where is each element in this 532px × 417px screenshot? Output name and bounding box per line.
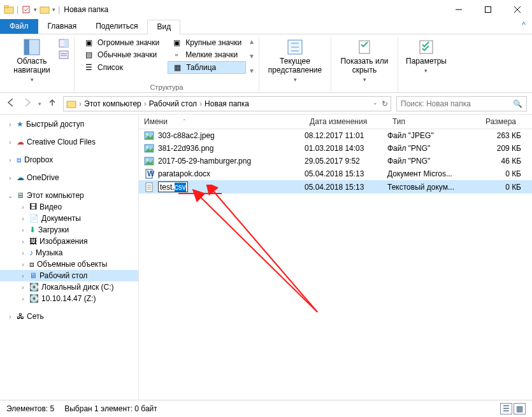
current-view-button[interactable]: Текущее представление▾ [264,37,326,84]
minimize-button[interactable] [444,0,473,19]
svg-rect-3 [40,7,49,13]
file-date: 05.04.2018 15:13 [305,183,387,192]
svg-point-23 [147,134,148,136]
svg-rect-5 [485,7,491,13]
sidebar-item-network[interactable]: ›🖧Сеть [0,311,138,322]
forward-button[interactable] [22,97,33,110]
ribbon-group-layout: ▣Огромные значки ▣Крупные значки ▤Обычны… [75,37,259,92]
sidebar-item-3d[interactable]: ›⧈Объемные объекты [0,258,138,270]
status-bar: Элементов: 5 Выбран 1 элемент: 0 байт ☰ … [0,400,532,416]
svg-point-25 [147,146,148,148]
history-dropdown-icon[interactable]: ▾ [38,101,41,107]
search-icon[interactable]: 🔍 [513,99,522,108]
file-date: 08.12.2017 11:01 [305,131,387,140]
small-icons-button[interactable]: ▫Мелкие значки [168,49,246,60]
sidebar: ›★Быстрый доступ ›☁Creative Cloud Files … [0,115,139,400]
svg-line-34 [199,196,317,312]
sidebar-item-quick[interactable]: ›★Быстрый доступ [0,118,138,130]
col-name[interactable]: Имени [144,117,168,126]
maximize-button[interactable] [473,0,503,19]
svg-rect-11 [64,39,68,47]
tab-file[interactable]: Файл [0,19,38,34]
address-dropdown-icon[interactable]: ⌄ [373,99,378,108]
sidebar-item-pc[interactable]: ⌄🖥Этот компьютер [0,190,138,201]
huge-icons-button[interactable]: ▣Огромные значки [80,37,164,48]
image-icon: 🖼 [29,237,37,246]
details-view-icon[interactable]: ☰ [500,403,512,414]
table-row[interactable]: 2017-05-29-hamburger.png 29.05.2017 9:52… [139,155,532,167]
refresh-icon[interactable]: ↻ [382,99,388,108]
crumb-pc[interactable]: Этот компьютер [84,99,141,108]
sidebar-item-zdisk[interactable]: ›💽10.10.14.47 (Z:) [0,293,138,304]
crumb-folder[interactable]: Новая папка [205,99,249,108]
sidebar-item-ccf[interactable]: ›☁Creative Cloud Files [0,136,138,148]
close-button[interactable] [503,0,532,19]
col-date[interactable]: Дата изменения [305,117,387,126]
layout-scroller[interactable]: ▴▾▾ [250,37,254,75]
sidebar-item-music[interactable]: ›♪Музыка [0,247,138,258]
qat-dropdown2-icon[interactable]: ▾ [52,6,55,13]
preview-pane-icon[interactable] [59,38,69,48]
large-view-icon[interactable]: ▦ [514,403,526,414]
list-button[interactable]: ☰Список [80,61,164,74]
expand-icon[interactable]: › [6,174,14,181]
sidebar-item-dropbox[interactable]: ›⧈Dropbox [0,154,138,166]
group-panes-label [38,84,40,93]
col-type[interactable]: Тип [387,117,470,126]
cloud-icon: ☁ [17,138,24,146]
ribbon-collapse-icon[interactable]: ^ [515,19,532,34]
show-hide-button[interactable]: Показать или скрыть▾ [336,37,392,84]
file-list: Имени˄ Дата изменения Тип Размера 303-c8… [139,115,532,400]
column-headers[interactable]: Имени˄ Дата изменения Тип Размера [139,115,532,129]
properties-icon[interactable] [21,4,31,15]
dropbox-icon: ⧈ [17,155,22,164]
rename-input[interactable]: test.csv [158,181,188,192]
qat-dropdown-icon[interactable]: ▾ [34,6,37,13]
table-row[interactable]: test.csv 05.04.2018 15:13 Текстовый доку… [139,180,532,194]
normal-icons-button[interactable]: ▤Обычные значки [80,49,164,60]
collapse-icon[interactable]: ⌄ [6,192,14,199]
expand-icon[interactable]: › [6,121,14,128]
chevron-icon[interactable]: › [143,99,148,108]
up-button[interactable] [47,97,58,110]
file-size: 0 КБ [470,169,521,178]
tab-home[interactable]: Главная [38,19,87,34]
navigation-pane-button[interactable]: Область навигации ▾ [9,37,55,84]
sidebar-item-docs[interactable]: ›📄Документы [0,213,138,224]
expand-icon[interactable]: › [6,157,14,164]
sidebar-item-onedrive[interactable]: ›☁OneDrive [0,172,138,183]
tab-share[interactable]: Поделиться [86,19,147,34]
col-size[interactable]: Размера [470,117,521,126]
chevron-icon[interactable]: › [78,99,83,108]
table-icon: ▦ [172,62,182,73]
disk-icon: 💽 [29,283,39,292]
table-row[interactable]: 381-22d936.png 01.03.2018 14:03 Файл "PN… [139,142,532,155]
sidebar-item-desktop[interactable]: ›🖥Рабочий стол [0,270,138,281]
back-button[interactable] [5,97,17,110]
table-row[interactable]: 303-c88ac2.jpeg 08.12.2017 11:01 Файл "J… [139,129,532,142]
ribbon-group-currentview: Текущее представление▾ [259,37,331,92]
sort-asc-icon[interactable]: ˄ [183,118,186,125]
search-input[interactable] [401,99,513,108]
breadcrumb[interactable]: › Этот компьютер › Рабочий стол › Новая … [63,96,391,111]
search-box[interactable]: 🔍 [396,96,527,111]
sidebar-item-video[interactable]: ›🎞Видео [0,201,138,213]
ribbon: Область навигации ▾ ▣Огромные значки ▣Кр… [0,34,532,93]
sidebar-item-downloads[interactable]: ›⬇Загрузки [0,224,138,236]
sidebar-item-cdisk[interactable]: ›💽Локальный диск (C:) [0,281,138,293]
table-button[interactable]: ▦Таблица [168,61,246,74]
svg-rect-9 [24,39,29,55]
video-icon: 🎞 [29,202,37,211]
details-pane-icon[interactable] [59,50,69,60]
table-row[interactable]: Wparatapok.docx 05.04.2018 15:13 Докумен… [139,167,532,180]
options-button[interactable]: Параметры ▾ [403,37,449,75]
tab-view[interactable]: Вид [147,20,180,34]
file-icon: W [144,169,154,179]
large-icons-button[interactable]: ▣Крупные значки [168,37,246,48]
svg-rect-19 [359,41,370,53]
crumb-desktop[interactable]: Рабочий стол [149,99,197,108]
sidebar-item-pics[interactable]: ›🖼Изображения [0,236,138,247]
chevron-icon[interactable]: › [198,99,203,108]
expand-icon[interactable]: › [6,139,14,146]
file-icon [144,156,154,166]
